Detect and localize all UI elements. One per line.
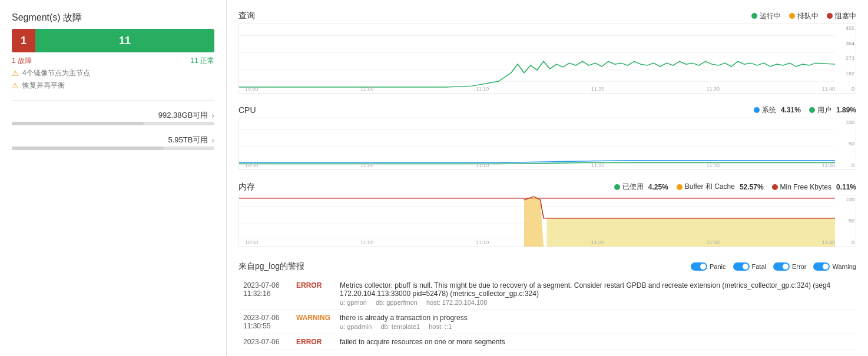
query-x5: 11:30 [707, 86, 720, 92]
seg-labels: 1 故障 11 正常 [12, 56, 214, 66]
cpu-user-value: 1.89% [836, 106, 856, 114]
cpu-x3: 11:10 [476, 162, 489, 168]
left-panel: Segment(s) 故障 1 11 1 故障 11 正常 ⚠ 4个镜像节点为主… [0, 0, 227, 356]
warn-text-1: 4个镜像节点为主节点 [22, 68, 90, 78]
warning-label: Warning [832, 263, 856, 270]
warn-text-2: 恢复并再平衡 [22, 81, 65, 91]
warnings-list: ⚠ 4个镜像节点为主节点 ⚠ 恢复并再平衡 [12, 68, 214, 91]
log-msg-text-1: Metrics collector: pbuff is null. This m… [340, 281, 852, 298]
normal-label: 11 正常 [190, 56, 214, 66]
legend-mem-buf: Buffer 和 Cache 52.57% [677, 182, 764, 192]
mem-x6: 11:40 [821, 239, 835, 245]
cpu-x4: 11:20 [591, 162, 605, 168]
resource-arrow-1[interactable]: › [211, 111, 214, 120]
sys-dot [754, 107, 760, 113]
filter-warning[interactable]: Warning [813, 262, 856, 271]
mem-chart: 100 50 0 10:50 11:00 11:10 11:20 11:30 1… [238, 195, 856, 247]
resource-bar-fill-2 [12, 147, 164, 150]
log-time-3: 2023-07-06 [238, 334, 291, 350]
filter-error[interactable]: Error [773, 262, 806, 271]
mem-y2: 50 [836, 218, 854, 224]
mem-used-dot [614, 184, 620, 190]
query-legend: 运行中 排队中 阻塞中 [751, 11, 856, 21]
mem-legend: 已使用 4.25% Buffer 和 Cache 52.57% Min Free… [614, 182, 856, 192]
query-y2: 364 [836, 41, 854, 46]
cpu-chart: 100 50 0 10:50 11:00 11:10 11:20 11:30 1… [238, 118, 856, 170]
mem-min-label: Min Free Kbytes [780, 183, 831, 191]
mem-x1: 10:50 [245, 239, 259, 245]
warning-icon-1: ⚠ [12, 69, 19, 78]
legend-running: 运行中 [751, 11, 781, 21]
legend-mem-used: 已使用 4.25% [614, 182, 668, 192]
cpu-yaxis: 100 50 0 [835, 118, 856, 169]
query-y5: 0 [836, 86, 854, 92]
fault-count: 1 [12, 29, 35, 52]
filter-fatal[interactable]: Fatal [733, 262, 766, 271]
log-user-2: u: gpadmin [340, 323, 372, 330]
mem-used-value: 4.25% [648, 183, 668, 191]
warning-toggle[interactable] [813, 262, 830, 271]
log-db-1: db: gpperfmon [376, 299, 418, 306]
cpu-y2: 50 [836, 141, 854, 147]
query-x6: 11:40 [821, 86, 835, 92]
fatal-label: Fatal [752, 263, 766, 270]
cpu-title: CPU [238, 105, 256, 115]
mem-x5: 11:30 [707, 239, 720, 245]
mem-x4: 11:20 [591, 239, 605, 245]
log-level-2: WARNING [291, 310, 335, 334]
panic-toggle[interactable] [691, 262, 707, 271]
log-filters: Panic Fatal Error Warning [691, 262, 856, 271]
mem-title: 内存 [238, 182, 255, 192]
mem-used-label: 已使用 [622, 182, 644, 192]
mem-min-dot [772, 184, 778, 190]
cpu-x6: 11:40 [821, 162, 835, 168]
warn-item-1: ⚠ 4个镜像节点为主节点 [12, 68, 214, 78]
log-host-2: host: ::1 [429, 323, 452, 330]
legend-mem-min: Min Free Kbytes 0.11% [772, 183, 856, 191]
mem-x3: 11:10 [476, 239, 489, 245]
legend-blocked: 阻塞中 [827, 11, 856, 21]
blocked-label: 阻塞中 [835, 11, 856, 21]
cpu-sys-value: 4.31% [781, 106, 801, 114]
query-y1: 455 [836, 25, 854, 31]
legend-queued: 排队中 [789, 11, 819, 21]
query-yaxis: 455 364 273 182 0 [835, 24, 856, 93]
filter-panic[interactable]: Panic [691, 262, 726, 271]
query-chart-svg [239, 24, 835, 93]
log-msg-1: Metrics collector: pbuff is null. This m… [335, 278, 856, 310]
cpu-xaxis: 10:50 11:00 11:10 11:20 11:30 11:40 [245, 162, 835, 168]
log-level-3: ERROR [291, 334, 335, 350]
cpu-y3: 0 [836, 162, 854, 168]
query-x2: 11:00 [360, 86, 374, 92]
cpu-chart-svg [239, 118, 835, 169]
cpu-sys-label: 系统 [762, 105, 776, 115]
cpu-x5: 11:30 [707, 162, 720, 168]
error-label: Error [792, 263, 806, 270]
log-level-1: ERROR [291, 278, 335, 310]
user-dot [809, 107, 815, 113]
error-toggle[interactable] [773, 262, 790, 271]
query-xaxis: 10:50 11:00 11:10 11:20 11:30 11:40 [245, 86, 835, 92]
legend-cpu-sys: 系统 4.31% [754, 105, 801, 115]
mem-buf-label: Buffer 和 Cache [685, 182, 735, 192]
mem-y1: 100 [836, 197, 854, 202]
log-user-1: u: gpmon [340, 299, 367, 306]
resource-item-1[interactable]: 992.38GB可用 › [12, 110, 214, 125]
mem-buf-dot [677, 184, 683, 190]
table-row: 2023-07-06 ERROR failed to acquire resou… [238, 334, 856, 350]
query-y3: 273 [836, 55, 854, 61]
table-row: 2023-07-0611:30:55 WARNING there is alre… [238, 310, 856, 334]
logs-header: 来自pg_log的警报 Panic Fatal Error Warning [238, 257, 856, 274]
cpu-user-label: 用户 [817, 105, 831, 115]
logs-title: 来自pg_log的警报 [238, 261, 304, 272]
query-title: 查询 [238, 11, 255, 21]
cpu-section-header: CPU 系统 4.31% 用户 1.89% [238, 101, 856, 118]
mem-x2: 11:00 [360, 239, 374, 245]
logs-section: 来自pg_log的警报 Panic Fatal Error Warning [238, 257, 856, 350]
query-x1: 10:50 [245, 86, 259, 92]
resource-item-2[interactable]: 5.95TB可用 › [12, 135, 214, 150]
fatal-toggle[interactable] [733, 262, 750, 271]
cpu-x1: 10:50 [245, 162, 259, 168]
resource-arrow-2[interactable]: › [211, 135, 214, 145]
mem-yaxis: 100 50 0 [835, 195, 856, 247]
